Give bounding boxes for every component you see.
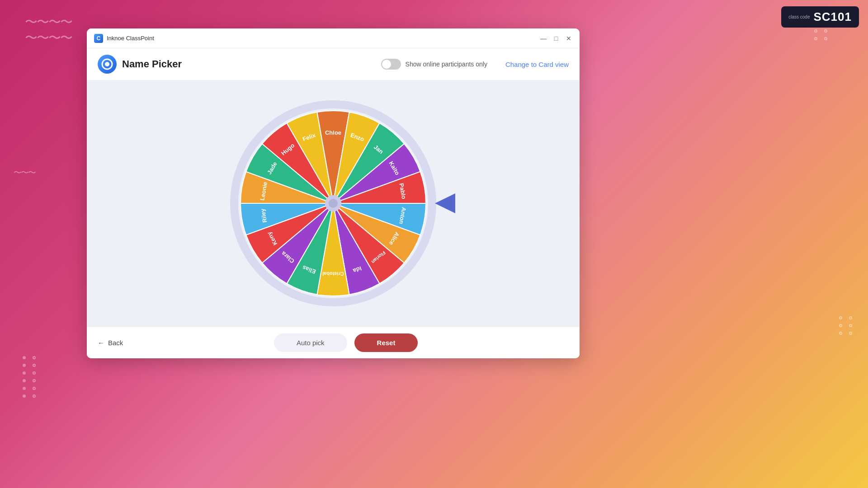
class-label: class code: [788, 14, 810, 20]
squiggle-decoration-2: 〜〜〜〜: [25, 29, 72, 47]
class-code-badge: class code SC101: [781, 6, 859, 28]
class-code-value: SC101: [814, 10, 852, 24]
dots-bottom-left: [23, 356, 38, 398]
title-bar: C Inknoe ClassPoint — □ ✕: [87, 28, 580, 48]
squiggle-decoration-1: 〜〜〜〜: [25, 14, 72, 31]
change-view-button[interactable]: Change to Card view: [505, 61, 569, 68]
wheel-container: RileyLeonieJadeHugoFelixChloeEnzoJanKait…: [87, 80, 580, 327]
name-picker-wheel[interactable]: RileyLeonieJadeHugoFelixChloeEnzoJanKait…: [225, 95, 442, 312]
footer-center: Auto pick Reset: [123, 333, 569, 352]
back-button[interactable]: ← Back: [98, 339, 123, 347]
minimize-button[interactable]: —: [540, 35, 547, 42]
reset-button[interactable]: Reset: [354, 333, 418, 352]
svg-text:Chloe: Chloe: [325, 129, 341, 136]
online-participants-toggle[interactable]: [381, 59, 401, 70]
wheel-svg: RileyLeonieJadeHugoFelixChloeEnzoJanKait…: [225, 95, 442, 312]
auto-pick-button[interactable]: Auto pick: [274, 333, 347, 352]
wheel-pointer: [435, 193, 455, 213]
maximize-button[interactable]: □: [552, 35, 560, 42]
back-arrow-icon: ←: [98, 339, 104, 347]
svg-text:Cristobal: Cristobal: [322, 271, 344, 277]
app-icon: C: [94, 34, 103, 43]
window-footer: ← Back Auto pick Reset: [87, 327, 580, 358]
dots-right-side: [839, 316, 854, 335]
squiggle-decoration-3: 〜〜〜: [14, 167, 35, 178]
toggle-area: Show online participants only: [381, 59, 487, 70]
dots-top-right: [814, 29, 830, 40]
svg-point-25: [329, 199, 338, 208]
window-controls: — □ ✕: [540, 35, 572, 42]
main-window: C Inknoe ClassPoint — □ ✕ Name Picker Sh…: [87, 28, 580, 358]
close-button[interactable]: ✕: [565, 35, 572, 42]
toggle-label: Show online participants only: [406, 61, 487, 68]
app-logo: [98, 55, 117, 74]
page-title: Name Picker: [122, 58, 381, 70]
window-header: Name Picker Show online participants onl…: [87, 48, 580, 80]
back-label: Back: [108, 339, 123, 347]
app-name: Inknoe ClassPoint: [107, 35, 540, 42]
svg-point-1: [105, 62, 109, 66]
